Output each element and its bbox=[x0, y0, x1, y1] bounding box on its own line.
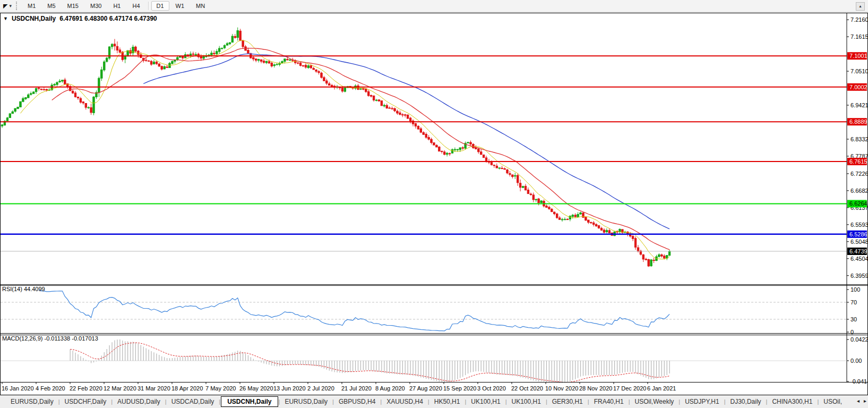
top-toolbar: ◤ ▾ M1M5M15M30H1H4D1W1MN ▴ bbox=[0, 0, 868, 12]
macd-tick-label: 0.042275 bbox=[850, 336, 867, 343]
date-label: 22 Feb 2020 bbox=[70, 385, 102, 392]
chart-tab-usdchf-daily[interactable]: USDCHF,Daily bbox=[61, 397, 111, 406]
chart-tab-usoil-weekly[interactable]: USOil,Weekly bbox=[631, 397, 678, 406]
rsi-tick-label: 70 bbox=[850, 299, 857, 305]
level-badge-7.00029-text: 7.00029 bbox=[849, 84, 867, 90]
chart-tab-gbpusd-h4[interactable]: GBPUSD,H4 bbox=[334, 397, 380, 406]
date-label: 26 May 2020 bbox=[239, 385, 273, 392]
chart-tab-usdcad-daily[interactable]: USDCAD,Daily bbox=[167, 397, 219, 406]
date-label: 16 Jan 2020 bbox=[2, 385, 34, 392]
toolbar-drag-handle[interactable] bbox=[16, 2, 20, 10]
toolbar-overflow-button[interactable]: ▴ bbox=[856, 2, 865, 11]
price-tick-label: 6.55930 bbox=[850, 222, 867, 228]
horizontal-levels bbox=[1, 56, 847, 234]
toolbar-separator bbox=[148, 2, 149, 10]
macd-pane: 0.0422750.00-0.04148 bbox=[1, 336, 867, 385]
cursor-icon: ◤ bbox=[3, 3, 7, 10]
price-tick-label: 6.72265 bbox=[850, 171, 867, 177]
chart-tab-uk100-h1[interactable]: UK100,H1 bbox=[467, 397, 504, 406]
date-label: 22 Oct 2020 bbox=[511, 385, 543, 392]
date-label: 2 Jul 2020 bbox=[307, 385, 334, 392]
macd-signal-line bbox=[70, 343, 669, 382]
rsi-tick-label: 0 bbox=[850, 329, 854, 335]
timeframe-button-mn[interactable]: MN bbox=[191, 1, 210, 11]
current-price-badge-text: 6.47390 bbox=[849, 248, 867, 254]
timeframe-button-h1[interactable]: H1 bbox=[108, 1, 126, 11]
timeframe-button-m30[interactable]: M30 bbox=[85, 1, 107, 11]
price-tick-label: 6.66820 bbox=[850, 188, 867, 194]
chart-tab-eurusd-daily[interactable]: EURUSD,Daily bbox=[6, 397, 58, 406]
chart-collapse-icon[interactable]: ▼ bbox=[3, 16, 8, 21]
ma-8-line bbox=[21, 40, 670, 259]
rsi-tick-label: 100 bbox=[850, 286, 860, 293]
rsi-tick-label: 30 bbox=[850, 316, 857, 322]
tab-separator: | bbox=[465, 398, 466, 405]
chart-title[interactable]: ▼ USDCNH,Daily 6.47691 6.48300 6.47174 6… bbox=[3, 15, 157, 22]
date-label: 21 Jul 2020 bbox=[341, 385, 372, 392]
chart-tabs: EURUSD,Daily|USDCHF,Daily|AUDUSD,Daily|U… bbox=[6, 396, 846, 407]
tab-separator: | bbox=[279, 398, 280, 405]
tab-separator: | bbox=[629, 398, 630, 405]
timeframe-button-h4[interactable]: H4 bbox=[127, 1, 145, 11]
price-tick-label: 7.16155 bbox=[850, 33, 867, 40]
macd-tick-label: 0.00 bbox=[850, 358, 862, 364]
timeframe-button-d1[interactable]: D1 bbox=[151, 1, 169, 11]
tab-separator: | bbox=[111, 398, 113, 405]
date-label: 31 Mar 2020 bbox=[137, 385, 170, 392]
chart-tab-ger30-h1[interactable]: GER30,H1 bbox=[548, 397, 587, 406]
tab-separator: | bbox=[332, 398, 334, 405]
date-label: 6 Jan 2021 bbox=[647, 385, 676, 392]
timeframe-button-w1[interactable]: W1 bbox=[170, 1, 190, 11]
date-label: 17 Dec 2020 bbox=[613, 385, 646, 392]
price-tick-label: 6.39595 bbox=[850, 273, 867, 279]
level-badge-6.76157-text: 6.76157 bbox=[849, 158, 867, 165]
tab-separator: | bbox=[724, 398, 726, 405]
tab-separator: | bbox=[380, 398, 382, 405]
rsi-indicator-label: RSI(14) 44.4099 bbox=[2, 286, 45, 292]
date-label: 15 Sep 2020 bbox=[443, 385, 476, 392]
tab-scroll-left-icon[interactable]: ◂ bbox=[857, 398, 860, 404]
candlestick-series bbox=[1, 28, 671, 267]
timeframe-button-m1[interactable]: M1 bbox=[22, 1, 41, 11]
ma-20-line bbox=[52, 48, 669, 250]
rsi-line bbox=[39, 290, 669, 331]
date-label: 18 Apr 2020 bbox=[171, 385, 203, 392]
tab-separator: | bbox=[58, 398, 60, 405]
chart-ohlc-values: 6.47691 6.48300 6.47174 6.47390 bbox=[59, 15, 157, 22]
level-badge-6.52865-text: 6.52865 bbox=[849, 231, 867, 237]
macd-histogram bbox=[70, 339, 669, 383]
chart-canvas[interactable]: 7.216007.161557.051006.942106.833206.778… bbox=[1, 13, 867, 394]
chart-tab-dj30-daily[interactable]: DJ30,Daily bbox=[726, 397, 766, 406]
timeframe-button-m15[interactable]: M15 bbox=[62, 1, 84, 11]
price-tick-label: 6.50485 bbox=[850, 239, 867, 245]
tab-separator: | bbox=[546, 398, 547, 405]
macd-tick-label: -0.04148 bbox=[850, 378, 867, 385]
level-badge-7.10011-text: 7.10011 bbox=[849, 53, 867, 59]
tab-scroll-buttons: ◂ ▸ bbox=[854, 398, 866, 404]
date-label: 7 May 2020 bbox=[205, 385, 236, 392]
level-badge-6.88897-text: 6.88897 bbox=[849, 118, 867, 125]
price-tick-label: 6.45040 bbox=[850, 256, 867, 262]
chart-tab-china300-h1[interactable]: CHINA300,H1 bbox=[768, 397, 817, 406]
chart-tab-usoil-[interactable]: USOil, bbox=[819, 397, 846, 406]
chart-tab-hk50-h1[interactable]: HK50,H1 bbox=[430, 397, 465, 406]
chart-tab-usdjpy-h1[interactable]: USDJPY,H1 bbox=[681, 397, 723, 406]
chart-tab-audusd-daily[interactable]: AUDUSD,Daily bbox=[113, 397, 165, 406]
date-label: 8 Aug 2020 bbox=[375, 385, 405, 392]
cursor-tool-button[interactable]: ◤ ▾ bbox=[0, 3, 15, 10]
tab-separator: | bbox=[817, 398, 819, 405]
price-tick-label: 7.05100 bbox=[850, 68, 867, 74]
date-label: 10 Nov 2020 bbox=[545, 385, 578, 392]
price-tick-label: 7.21600 bbox=[850, 16, 867, 23]
macd-indicator-label: MACD(12,26,9) -0.011338 -0.017013 bbox=[2, 335, 98, 342]
chart-tab-uk100-h1[interactable]: UK100,H1 bbox=[508, 397, 545, 406]
chart-tab-eurusd-daily[interactable]: EURUSD,Daily bbox=[280, 397, 332, 406]
chart-tab-fra40-h1[interactable]: FRA40,H1 bbox=[590, 397, 628, 406]
time-axis: 16 Jan 20204 Feb 202022 Feb 202012 Mar 2… bbox=[1, 382, 867, 392]
chart-tab-xauusd-h4[interactable]: XAUUSD,H4 bbox=[382, 397, 427, 406]
price-tick-label: 6.83320 bbox=[850, 136, 867, 142]
chart-tab-usdcnh-daily[interactable]: USDCNH,Daily bbox=[221, 396, 278, 407]
price-axis: 7.216007.161557.051006.942106.833206.778… bbox=[847, 13, 867, 382]
timeframe-button-m5[interactable]: M5 bbox=[42, 1, 61, 11]
tab-scroll-right-icon[interactable]: ▸ bbox=[864, 398, 866, 404]
